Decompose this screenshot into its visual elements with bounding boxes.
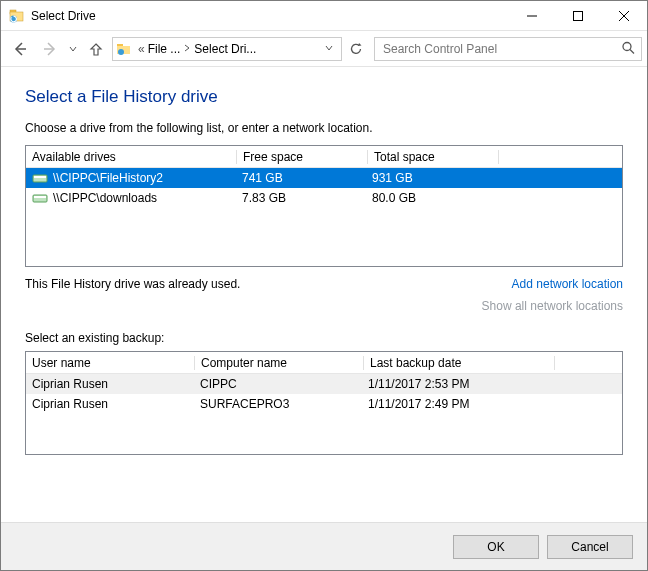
svg-rect-5 bbox=[574, 11, 583, 20]
content: Select a File History drive Choose a dri… bbox=[1, 67, 647, 522]
drives-list: Available drives Free space Total space … bbox=[25, 145, 623, 267]
drive-row[interactable]: \\CIPPC\FileHistory2 741 GB 931 GB bbox=[26, 168, 622, 188]
svg-marker-13 bbox=[358, 43, 362, 46]
app-icon bbox=[9, 8, 25, 24]
svg-line-15 bbox=[630, 49, 634, 53]
maximize-button[interactable] bbox=[555, 1, 601, 30]
drive-row[interactable]: \\CIPPC\downloads 7.83 GB 80.0 GB bbox=[26, 188, 622, 208]
col-total-space[interactable]: Total space bbox=[368, 150, 498, 164]
window-controls bbox=[509, 1, 647, 30]
up-button[interactable] bbox=[82, 35, 110, 63]
backup-date: 1/11/2017 2:49 PM bbox=[362, 397, 552, 411]
minimize-button[interactable] bbox=[509, 1, 555, 30]
breadcrumb-seg2[interactable]: Select Dri... bbox=[194, 42, 256, 56]
backup-user: Ciprian Rusen bbox=[26, 397, 194, 411]
drive-icon bbox=[32, 172, 48, 184]
instruction-text: Choose a drive from the following list, … bbox=[25, 121, 623, 135]
close-button[interactable] bbox=[601, 1, 647, 30]
drive-icon bbox=[32, 192, 48, 204]
drive-total: 80.0 GB bbox=[366, 191, 496, 205]
svg-rect-17 bbox=[34, 176, 46, 178]
col-free-space[interactable]: Free space bbox=[237, 150, 367, 164]
svg-point-12 bbox=[118, 49, 124, 55]
drive-free: 741 GB bbox=[236, 171, 366, 185]
refresh-button[interactable] bbox=[344, 37, 368, 61]
window: Select Drive bbox=[0, 0, 648, 571]
breadcrumb[interactable]: « File ... Select Dri... bbox=[112, 37, 342, 61]
svg-rect-19 bbox=[34, 196, 46, 198]
backup-row[interactable]: Ciprian Rusen SURFACEPRO3 1/11/2017 2:49… bbox=[26, 394, 622, 414]
backups-header-row: User name Computer name Last backup date bbox=[26, 352, 622, 374]
back-button[interactable] bbox=[6, 35, 34, 63]
backup-date: 1/11/2017 2:53 PM bbox=[362, 377, 552, 391]
recent-dropdown[interactable] bbox=[66, 35, 80, 63]
search-field[interactable] bbox=[374, 37, 642, 61]
forward-button[interactable] bbox=[36, 35, 64, 63]
search-icon[interactable] bbox=[621, 40, 635, 57]
drive-free: 7.83 GB bbox=[236, 191, 366, 205]
col-computer-name[interactable]: Computer name bbox=[195, 356, 363, 370]
folder-icon bbox=[115, 40, 133, 58]
ok-button[interactable]: OK bbox=[453, 535, 539, 559]
footer: OK Cancel bbox=[1, 522, 647, 570]
titlebar: Select Drive bbox=[1, 1, 647, 31]
add-network-link[interactable]: Add network location bbox=[512, 277, 623, 291]
breadcrumb-dropdown[interactable] bbox=[319, 44, 339, 54]
col-available-drives[interactable]: Available drives bbox=[26, 150, 236, 164]
drive-name: \\CIPPC\downloads bbox=[53, 191, 157, 205]
search-input[interactable] bbox=[381, 41, 635, 57]
backups-list: User name Computer name Last backup date… bbox=[25, 351, 623, 455]
breadcrumb-seg1[interactable]: File ... bbox=[148, 42, 181, 56]
backup-row[interactable]: Ciprian Rusen CIPPC 1/11/2017 2:53 PM bbox=[26, 374, 622, 394]
col-last-backup-date[interactable]: Last backup date bbox=[364, 356, 554, 370]
chevron-right-icon bbox=[180, 44, 194, 54]
select-backup-label: Select an existing backup: bbox=[25, 331, 623, 345]
navbar: « File ... Select Dri... bbox=[1, 31, 647, 67]
backup-computer: SURFACEPRO3 bbox=[194, 397, 362, 411]
drive-name: \\CIPPC\FileHistory2 bbox=[53, 171, 163, 185]
cancel-button[interactable]: Cancel bbox=[547, 535, 633, 559]
drives-header-row: Available drives Free space Total space bbox=[26, 146, 622, 168]
backup-user: Ciprian Rusen bbox=[26, 377, 194, 391]
col-user-name[interactable]: User name bbox=[26, 356, 194, 370]
drive-total: 931 GB bbox=[366, 171, 496, 185]
backup-computer: CIPPC bbox=[194, 377, 362, 391]
window-title: Select Drive bbox=[31, 9, 96, 23]
show-all-network-link[interactable]: Show all network locations bbox=[482, 299, 623, 313]
svg-point-14 bbox=[623, 42, 631, 50]
page-heading: Select a File History drive bbox=[25, 87, 623, 107]
status-text: This File History drive was already used… bbox=[25, 277, 482, 291]
